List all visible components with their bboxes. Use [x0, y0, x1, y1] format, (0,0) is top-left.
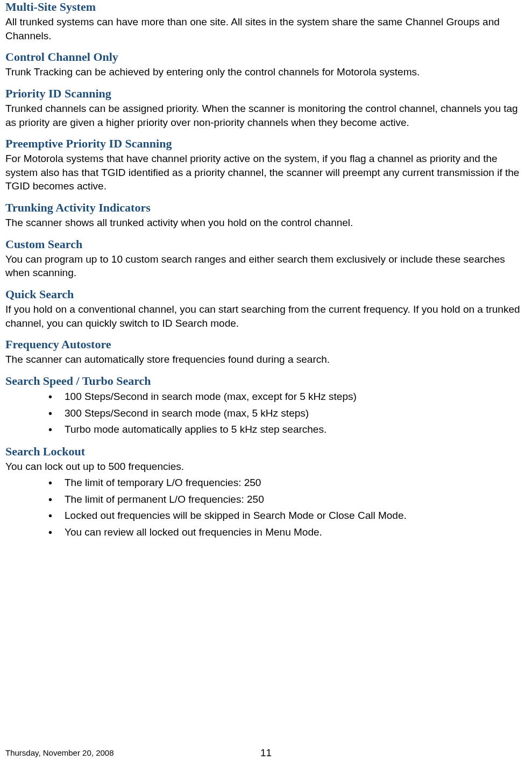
section-heading: Multi-Site System	[5, 0, 527, 14]
section-heading: Quick Search	[5, 287, 527, 301]
section-heading: Preemptive Priority ID Scanning	[5, 137, 527, 151]
bullet-list: The limit of temporary L/O frequencies: …	[5, 475, 527, 539]
page-number: 11	[260, 747, 272, 759]
section-body: The scanner can automatically store freq…	[5, 353, 527, 367]
list-item: The limit of temporary L/O frequencies: …	[65, 475, 527, 490]
document-content: Multi-Site System All trunked systems ca…	[5, 0, 527, 539]
section-heading: Control Channel Only	[5, 50, 527, 64]
bullet-list: 100 Steps/Second in search mode (max, ex…	[5, 389, 527, 437]
section-body: All trunked systems can have more than o…	[5, 15, 527, 43]
list-item: 100 Steps/Second in search mode (max, ex…	[65, 389, 527, 404]
section-heading: Trunking Activity Indicators	[5, 201, 527, 215]
section-heading: Frequency Autostore	[5, 337, 527, 351]
section-heading: Search Speed / Turbo Search	[5, 374, 527, 388]
section-body: For Motorola systems that have channel p…	[5, 152, 527, 193]
section-heading: Priority ID Scanning	[5, 87, 527, 101]
section-body: You can lock out up to 500 frequencies.	[5, 460, 527, 474]
list-item: Locked out frequencies will be skipped i…	[65, 508, 527, 523]
list-item: Turbo mode automatically applies to 5 kH…	[65, 422, 527, 437]
page-footer: Thursday, November 20, 2008 11	[5, 748, 527, 757]
list-item: The limit of permanent L/O frequencies: …	[65, 492, 527, 507]
list-item: 300 Steps/Second in search mode (max, 5 …	[65, 406, 527, 421]
section-heading: Search Lockout	[5, 445, 527, 459]
list-item: You can review all locked out frequencie…	[65, 525, 527, 540]
section-heading: Custom Search	[5, 237, 527, 251]
footer-date: Thursday, November 20, 2008	[5, 748, 114, 757]
section-body: Trunk Tracking can be achieved by enteri…	[5, 65, 527, 79]
section-body: You can program up to 10 custom search r…	[5, 252, 527, 280]
section-body: If you hold on a conventional channel, y…	[5, 302, 527, 330]
section-body: The scanner shows all trunked activity w…	[5, 216, 527, 230]
section-body: Trunked channels can be assigned priorit…	[5, 102, 527, 129]
